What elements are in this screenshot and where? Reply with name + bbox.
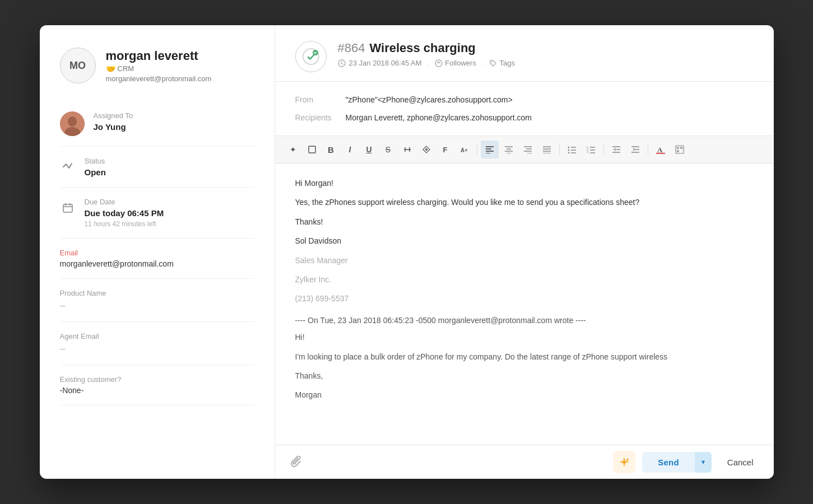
align-center-btn[interactable]	[500, 141, 518, 158]
body1: Yes, the zPhones support wireless chargi…	[295, 196, 754, 208]
send-group: Send ▾	[642, 452, 711, 473]
product-name-label: Product Name	[60, 289, 254, 297]
followers-label: Followers	[445, 59, 476, 67]
bottom-bar: Send ▾ Cancel	[275, 445, 774, 479]
from-label: From	[295, 95, 346, 104]
status-content: Status Open	[85, 157, 254, 177]
tags-item[interactable]: Tags	[489, 59, 514, 67]
insert-btn[interactable]	[671, 141, 689, 158]
svg-rect-3	[63, 204, 72, 212]
font-btn[interactable]: F	[436, 141, 454, 158]
email-field-row: Email morganleverett@protonmail.com	[60, 239, 254, 279]
email-value: morganleverett@protonmail.com	[60, 259, 254, 268]
quote-greeting: Hi!	[295, 331, 754, 343]
svg-rect-61	[677, 150, 679, 152]
cancel-button[interactable]: Cancel	[718, 452, 763, 473]
indent-btn[interactable]	[626, 141, 644, 158]
bullet-list-btn[interactable]	[563, 141, 581, 158]
sender-phone: (213) 699-5537	[295, 292, 754, 305]
date-text: 23 Jan 2018 06:45 AM	[349, 59, 422, 67]
svg-rect-60	[680, 147, 682, 149]
svg-text:3.: 3.	[587, 151, 589, 153]
magic-btn[interactable]: ✦	[284, 141, 302, 158]
assigned-name: Jo Yung	[94, 122, 254, 132]
underline-btn[interactable]: U	[360, 141, 378, 158]
ticket-date: 23 Jan 2018 06:45 AM	[338, 59, 422, 67]
avatar-initials: MO	[69, 60, 86, 72]
existing-customer-value: -None-	[60, 386, 254, 395]
editor-toolbar: ✦ B I U S F Aa	[275, 136, 774, 164]
left-panel: MO morgan leverett 🤝 CRM morganleverett@…	[40, 25, 275, 479]
from-value: "zPhone"<zPhone@zylcares.zohosupport.com…	[346, 95, 513, 104]
email-label: Email	[60, 249, 254, 257]
ticket-title: #864 Wireless charging	[338, 41, 754, 55]
assigned-label: Assigned To	[94, 111, 254, 120]
assigned-avatar	[60, 111, 85, 136]
svg-text:a: a	[465, 148, 467, 152]
format-btn[interactable]	[303, 141, 321, 158]
svg-rect-14	[309, 146, 315, 153]
email-fields: From "zPhone"<zPhone@zylcares.zohosuppor…	[275, 82, 774, 136]
existing-customer-label: Existing customer?	[60, 375, 254, 384]
quote-closing: Thanks,	[295, 370, 754, 382]
separator-4	[648, 144, 648, 155]
followers-icon	[435, 59, 443, 67]
agent-email-value: –	[60, 343, 254, 354]
greeting: Hi Morgan!	[295, 177, 754, 189]
sender-name: Sol Davidson	[295, 235, 754, 247]
ticket-title-area: #864 Wireless charging 23 Jan 2018 06:45…	[338, 41, 754, 67]
assigned-to-content: Assigned To Jo Yung	[94, 111, 254, 132]
send-dropdown-button[interactable]: ▾	[695, 452, 712, 473]
highlight-btn[interactable]	[417, 141, 435, 158]
justify-btn[interactable]	[538, 141, 556, 158]
closing: Thanks!	[295, 216, 754, 228]
svg-point-42	[568, 152, 569, 154]
bold-btn[interactable]: B	[322, 141, 340, 158]
right-panel: #864 Wireless charging 23 Jan 2018 06:45…	[275, 25, 774, 479]
strikethrough2-btn[interactable]	[398, 141, 416, 158]
numbered-list-btn[interactable]: 1.2.3.	[582, 141, 600, 158]
outdent-btn[interactable]	[607, 141, 625, 158]
reply-quote: ---- On Tue, 23 Jan 2018 06:45:23 -0500 …	[295, 314, 754, 402]
svg-point-13	[491, 62, 493, 63]
attach-button[interactable]	[286, 452, 306, 472]
align-left-btn[interactable]	[481, 141, 499, 158]
crm-badge: 🤝 CRM	[106, 64, 212, 73]
status-value: Open	[85, 167, 254, 177]
separator-3	[603, 144, 604, 155]
send-button[interactable]: Send	[642, 452, 694, 473]
ticket-icon	[295, 41, 327, 72]
font-size-btn[interactable]: Aa	[456, 141, 473, 158]
ticket-title-text: Wireless charging	[369, 41, 475, 55]
text-color-btn[interactable]: A	[652, 141, 670, 158]
strikethrough-btn[interactable]: S	[379, 141, 397, 158]
separator-1	[477, 144, 477, 155]
ticket-meta: 23 Jan 2018 06:45 AM . Followers .	[338, 59, 754, 67]
align-right-btn[interactable]	[519, 141, 537, 158]
calendar-icon	[60, 200, 76, 216]
sender-title: Sales Manager	[295, 254, 754, 267]
ticket-number: #864	[338, 41, 365, 55]
recipients-value: Morgan Leverett, zphone@zylcares.zohosup…	[346, 113, 532, 122]
separator-2	[559, 144, 560, 155]
ai-button[interactable]	[613, 451, 635, 473]
recipients-row: Recipients Morgan Leverett, zphone@zylca…	[295, 109, 754, 127]
from-row: From "zPhone"<zPhone@zylcares.zohosuppor…	[295, 91, 754, 109]
existing-customer-row: Existing customer? -None-	[60, 365, 254, 405]
svg-point-12	[438, 62, 439, 63]
user-email: morganleverett@protonmail.com	[106, 74, 212, 83]
svg-text:A: A	[461, 147, 464, 153]
svg-point-19	[425, 148, 428, 151]
due-date-label: Due Date	[85, 198, 254, 206]
italic-btn[interactable]: I	[341, 141, 359, 158]
due-date-value: Due today 06:45 PM	[85, 208, 254, 218]
svg-point-1	[68, 116, 77, 127]
user-avatar: MO	[60, 48, 96, 83]
editor-body[interactable]: Hi Morgan! Yes, the zPhones support wire…	[275, 164, 774, 445]
followers-item[interactable]: Followers	[435, 59, 476, 67]
ticket-header: #864 Wireless charging 23 Jan 2018 06:45…	[275, 25, 774, 82]
quote-header: ---- On Tue, 23 Jan 2018 06:45:23 -0500 …	[295, 314, 754, 326]
due-date-row: Due Date Due today 06:45 PM 11 hours 42 …	[60, 188, 254, 239]
svg-point-38	[568, 147, 569, 148]
sender-company: Zylker Inc.	[295, 273, 754, 286]
